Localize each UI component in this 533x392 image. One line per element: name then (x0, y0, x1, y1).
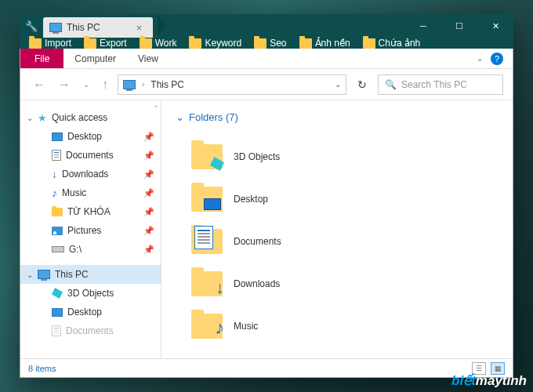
close-icon[interactable]: × (136, 22, 143, 34)
desktop-icon (52, 308, 63, 317)
new-tab-button[interactable] (158, 16, 168, 36)
desktop-icon (52, 132, 63, 141)
up-button[interactable]: ↑ (99, 78, 111, 92)
bookmark-export[interactable]: Export (84, 38, 127, 49)
titlebar[interactable]: 🔧 This PC × ─ ☐ ✕ (20, 14, 513, 38)
folder-icon (299, 38, 312, 49)
nav-documents[interactable]: Documents📌 (20, 146, 161, 165)
folder-desktop[interactable]: Desktop (176, 178, 499, 220)
watermark: biếtmáytính (451, 372, 527, 389)
music-overlay-icon: ♪ (215, 317, 224, 339)
chevron-down-icon[interactable]: ⌄ (27, 114, 33, 122)
document-icon (52, 325, 61, 336)
bookmark-work[interactable]: Work (140, 38, 177, 49)
pin-icon: 📌 (143, 132, 154, 142)
explorer-body: ⌃ ⌄ ★ Quick access Desktop📌 Documents📌 ↓… (20, 100, 513, 358)
pin-icon: 📌 (143, 207, 154, 217)
forward-button[interactable]: → (55, 78, 74, 92)
section-header[interactable]: ⌄ Folders (7) (176, 111, 499, 123)
folder-icon (140, 38, 152, 49)
3d-overlay-icon (210, 157, 224, 171)
chevron-down-icon[interactable]: ⌄ (176, 111, 184, 123)
history-dropdown[interactable]: ⌄ (80, 80, 92, 89)
folder-view[interactable]: ⌄ Folders (7) 3D Objects Desktop Documen… (161, 100, 513, 358)
chevron-down-icon[interactable]: ⌄ (27, 270, 33, 279)
folder-icon: ↓ (191, 271, 223, 296)
tab-title: This PC (67, 22, 100, 33)
folder-icon (52, 208, 63, 216)
quick-access[interactable]: ⌄ ★ Quick access (20, 108, 161, 127)
status-bar: 8 items ☰ ▦ (20, 358, 513, 377)
nav-pc-documents[interactable]: Documents (20, 321, 161, 340)
back-button[interactable]: ← (30, 78, 49, 92)
navigation-pane[interactable]: ⌃ ⌄ ★ Quick access Desktop📌 Documents📌 ↓… (20, 100, 161, 358)
folder-icon (191, 229, 223, 254)
search-box[interactable]: 🔍 Search This PC (378, 74, 503, 95)
bookmark-anhnen[interactable]: Ảnh nền (299, 38, 350, 49)
folder-downloads[interactable]: ↓ Downloads (176, 263, 499, 305)
folder-icon (254, 38, 266, 49)
nav-this-pc[interactable]: ⌄ This PC (20, 265, 161, 284)
3d-icon (52, 288, 63, 299)
download-overlay-icon: ↓ (216, 278, 224, 298)
nav-music[interactable]: ♪Music📌 (20, 183, 161, 202)
folder-icon (84, 38, 96, 49)
ribbon: File Computer View ⌄ ? (20, 49, 513, 69)
folder-documents[interactable]: Documents (176, 220, 499, 263)
search-icon: 🔍 (385, 79, 397, 90)
pin-icon: 📌 (143, 151, 154, 161)
computer-tab[interactable]: Computer (63, 49, 127, 68)
nav-drive-g[interactable]: G:\📌 (20, 240, 161, 259)
chevron-down-icon[interactable]: ⌄ (335, 80, 341, 89)
explorer-window: 🔧 This PC × ─ ☐ ✕ Import Export Work Key… (20, 14, 513, 378)
browser-tab[interactable]: This PC × (43, 17, 153, 38)
explorer-content: File Computer View ⌄ ? ← → ⌄ ↑ › This PC… (20, 49, 513, 378)
download-icon: ↓ (52, 168, 57, 180)
bookmark-seo[interactable]: Seo (254, 38, 286, 49)
pin-icon: 📌 (143, 188, 154, 198)
refresh-button[interactable]: ↻ (353, 78, 372, 91)
pin-icon: 📌 (143, 245, 154, 255)
nav-pc-desktop[interactable]: Desktop (20, 303, 161, 321)
bookmark-chuaanh[interactable]: Chứa ảnh (363, 38, 421, 49)
address-bar[interactable]: › This PC ⌄ (118, 74, 346, 95)
bookmarks-bar: Import Export Work Keyword Seo Ảnh nền C… (20, 38, 513, 49)
file-tab[interactable]: File (20, 49, 63, 68)
star-icon: ★ (38, 112, 47, 124)
folder-icon (191, 187, 223, 212)
nav-3d-objects[interactable]: 3D Objects (20, 284, 161, 303)
view-tab[interactable]: View (127, 49, 169, 68)
desktop-overlay-icon (204, 198, 221, 210)
folder-icon: ♪ (191, 314, 223, 339)
nav-downloads[interactable]: ↓Downloads📌 (20, 165, 161, 183)
chevron-right-icon: › (142, 80, 144, 89)
address-path: This PC (150, 79, 184, 90)
pc-icon (123, 80, 136, 89)
help-icon[interactable]: ? (491, 53, 503, 65)
folder-icon (189, 38, 201, 49)
maximize-button[interactable]: ☐ (441, 14, 477, 38)
drive-icon (52, 246, 64, 252)
bookmark-keyword[interactable]: Keyword (189, 38, 241, 49)
folder-icon (363, 38, 375, 49)
pin-icon: 📌 (143, 169, 154, 180)
folder-icon (29, 38, 42, 49)
wrench-icon[interactable]: 🔧 (20, 20, 43, 32)
window-controls: ─ ☐ ✕ (405, 14, 513, 38)
document-overlay-icon (194, 226, 213, 249)
music-icon: ♪ (52, 187, 57, 199)
minimize-button[interactable]: ─ (405, 14, 441, 38)
nav-pictures[interactable]: Pictures📌 (20, 221, 161, 240)
folder-3d-objects[interactable]: 3D Objects (176, 136, 499, 178)
close-button[interactable]: ✕ (477, 14, 513, 38)
folder-music[interactable]: ♪ Music (176, 305, 499, 347)
bookmark-import[interactable]: Import (29, 38, 71, 49)
pc-icon (38, 270, 50, 279)
nav-tukhoa[interactable]: TỪ KHÓA📌 (20, 202, 161, 221)
folder-icon (191, 144, 223, 169)
pictures-icon (52, 227, 63, 235)
pin-icon: 📌 (143, 226, 154, 236)
nav-desktop[interactable]: Desktop📌 (20, 127, 161, 146)
chevron-down-icon[interactable]: ⌄ (477, 54, 483, 63)
search-placeholder: Search This PC (401, 79, 467, 90)
